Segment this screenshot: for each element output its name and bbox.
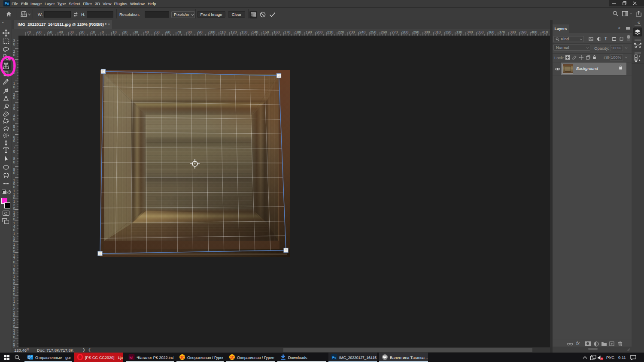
svg-text:180: 180 <box>295 30 301 34</box>
svg-text:240: 240 <box>359 30 365 34</box>
svg-text:190: 190 <box>306 30 312 34</box>
svg-text:300: 300 <box>424 30 430 34</box>
svg-text:50: 50 <box>155 30 160 34</box>
svg-text:40: 40 <box>59 30 63 34</box>
svg-text:120: 120 <box>231 30 237 34</box>
svg-text:210: 210 <box>327 30 333 34</box>
svg-text:C: C <box>182 355 185 359</box>
svg-text:0: 0 <box>102 30 104 34</box>
svg-text:50: 50 <box>48 30 52 34</box>
svg-text:70: 70 <box>27 30 31 34</box>
svg-text:0: 0 <box>13 106 15 111</box>
svg-text:80: 80 <box>188 30 192 34</box>
svg-text:200: 200 <box>316 30 322 34</box>
svg-text:150: 150 <box>263 30 269 34</box>
svg-text:290: 290 <box>413 30 419 34</box>
svg-text:250: 250 <box>370 30 376 34</box>
svg-text:220: 220 <box>338 30 344 34</box>
svg-text:20: 20 <box>123 30 128 34</box>
svg-text:130: 130 <box>241 30 247 34</box>
svg-text:40: 40 <box>145 30 149 34</box>
svg-text:330: 330 <box>456 30 462 34</box>
svg-text:30: 30 <box>134 30 138 34</box>
svg-text:0: 0 <box>13 117 15 121</box>
svg-text:270: 270 <box>392 30 398 34</box>
svg-text:0: 0 <box>13 171 15 175</box>
svg-text:140: 140 <box>252 30 258 34</box>
svg-text:350: 350 <box>477 30 483 34</box>
svg-text:20: 20 <box>80 30 85 34</box>
svg-text:0: 0 <box>13 96 15 100</box>
svg-text:280: 280 <box>402 30 408 34</box>
svg-text:410: 410 <box>542 30 548 34</box>
svg-text:30: 30 <box>70 30 74 34</box>
svg-text:0: 0 <box>13 149 15 154</box>
svg-text:Id: Id <box>129 356 132 359</box>
svg-text:0: 0 <box>13 42 15 46</box>
svg-text:100: 100 <box>209 30 215 34</box>
svg-text:360: 360 <box>488 30 494 34</box>
svg-text:10: 10 <box>112 30 117 34</box>
svg-text:310: 310 <box>434 30 440 34</box>
svg-text:90: 90 <box>198 30 203 34</box>
svg-text:390: 390 <box>520 30 526 34</box>
svg-text:0: 0 <box>13 139 15 143</box>
svg-text:380: 380 <box>510 30 516 34</box>
svg-text:340: 340 <box>467 30 473 34</box>
svg-text:400: 400 <box>531 30 537 34</box>
svg-text:230: 230 <box>349 30 355 34</box>
svg-text:0: 0 <box>13 128 15 132</box>
svg-text:60: 60 <box>166 30 170 34</box>
svg-text:320: 320 <box>445 30 451 34</box>
svg-text:160: 160 <box>273 30 279 34</box>
svg-text:70: 70 <box>177 30 181 34</box>
svg-text:110: 110 <box>220 30 226 34</box>
svg-text:370: 370 <box>499 30 505 34</box>
svg-text:0: 0 <box>13 160 15 164</box>
svg-text:60: 60 <box>37 30 42 34</box>
svg-text:0: 0 <box>13 85 15 89</box>
svg-text:10: 10 <box>91 30 95 34</box>
svg-text:C: C <box>232 355 234 359</box>
svg-text:260: 260 <box>381 30 387 34</box>
svg-text:Ps: Ps <box>332 356 337 359</box>
svg-text:170: 170 <box>284 30 290 34</box>
